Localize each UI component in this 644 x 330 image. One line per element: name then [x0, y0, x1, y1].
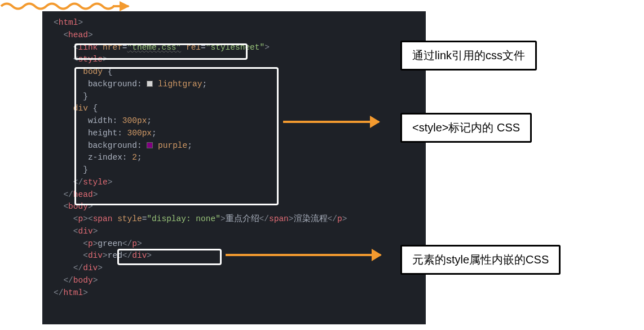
swatch-purple [147, 142, 153, 148]
annotation-style: <style>标记内的 CSS [400, 113, 532, 143]
text-red: red [108, 251, 122, 260]
tag-html-close: html [63, 288, 83, 297]
tag-body-close: body [73, 276, 93, 285]
text-span: 重点介绍 [226, 214, 259, 223]
tag-body-open: body [68, 202, 88, 211]
attr-rel: rel [186, 43, 201, 52]
attr-style: style [117, 214, 142, 223]
prop-zindex: z-index [88, 153, 122, 162]
arrow-style [283, 121, 379, 123]
val-zindex: 2 [132, 153, 137, 162]
val-width: 300px [122, 116, 147, 125]
tag-link: link [78, 43, 98, 52]
tag-head-close: head [73, 190, 93, 199]
swatch-lightgray [147, 81, 153, 87]
val-display-none: "display: none" [147, 214, 220, 223]
val-stylesheet: "stylesheet" [206, 43, 264, 52]
tag-html: html [59, 18, 78, 27]
val-theme-css: "theme.css" [127, 43, 182, 52]
arrow-link [0, 0, 130, 8]
annotation-inline: 元素的style属性内嵌的CSS [400, 245, 561, 275]
val-lightgray: lightgray [158, 80, 202, 89]
tag-style-open: style [78, 55, 103, 64]
prop-bg2: background [88, 141, 137, 150]
val-purple: purple [158, 141, 187, 150]
selector-div: div [73, 104, 88, 113]
selector-body: body [83, 67, 103, 76]
prop-height: height [88, 129, 117, 138]
code-editor: <html> <head> <link href="theme.css" rel… [42, 11, 426, 324]
tag-head: head [68, 30, 88, 39]
annotation-link: 通过link引用的css文件 [400, 41, 537, 71]
arrow-inline [226, 254, 381, 256]
prop-background: background [88, 80, 137, 89]
prop-width: width [88, 116, 113, 125]
tag-style-close: style [83, 178, 108, 187]
text-after-span: 渲染流程 [294, 214, 328, 223]
val-height: 300px [127, 129, 152, 138]
text-green: green [98, 239, 122, 248]
attr-href: href [103, 43, 122, 52]
